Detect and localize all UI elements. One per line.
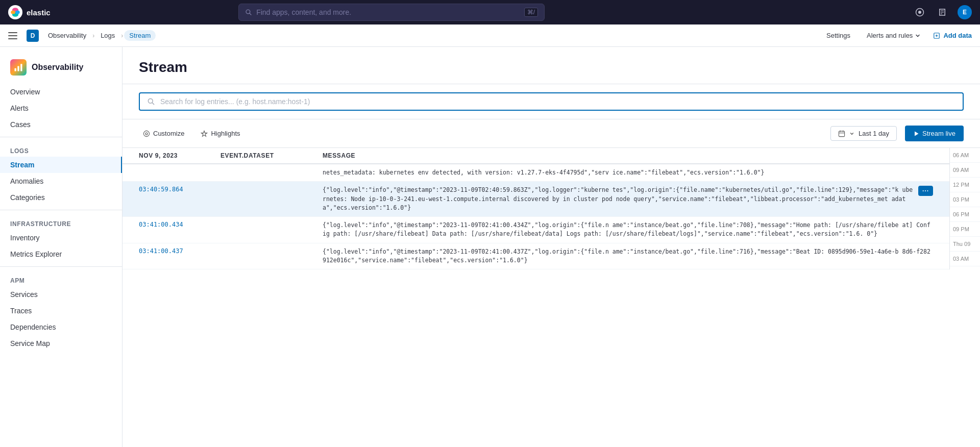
alerts-and-rules-button[interactable]: Alerts and rules: [863, 30, 925, 41]
svg-point-4: [15, 11, 20, 14]
add-data-icon: [933, 32, 940, 39]
log-message: {"log.level":"info","@timestamp":"2023-1…: [323, 186, 914, 212]
table-row: 03:40:59.864{"log.level":"info","@timest…: [122, 182, 949, 217]
time-axis-entry: 12 PM: [950, 178, 980, 192]
add-data-button[interactable]: Add data: [933, 32, 972, 39]
time-axis-entry: Thu 09: [950, 237, 980, 252]
search-shortcut: ⌘/: [524, 8, 538, 17]
search-bar: [139, 92, 964, 111]
notifications-icon[interactable]: [913, 5, 927, 19]
time-axis-entry: 09 AM: [950, 163, 980, 178]
elastic-wordmark: elastic: [27, 8, 51, 17]
svg-marker-26: [915, 131, 919, 136]
search-bar-area: [122, 84, 980, 119]
log-content: Nov 9, 2023 event.dataset Message netes_…: [122, 148, 949, 269]
breadcrumb-observability[interactable]: Observability: [43, 30, 91, 41]
col-date: Nov 9, 2023: [139, 152, 220, 159]
col-message: Message: [323, 152, 933, 159]
time-axis: 06 AM09 AM12 PM03 PM06 PM09 PMThu 0903 A…: [949, 148, 980, 269]
time-axis-entry: 06 AM: [950, 148, 980, 163]
page-header: Stream: [122, 47, 980, 84]
breadcrumb: Observability › Logs › Stream: [43, 30, 156, 41]
sidebar-item-metrics-explorer[interactable]: Metrics Explorer: [0, 246, 122, 262]
time-axis-entry: 03 AM: [950, 252, 980, 266]
calendar-icon: [838, 130, 845, 137]
sidebar: Observability Overview Alerts Cases Logs…: [0, 47, 122, 447]
main-content: Stream Customize Highlights Last 1: [122, 47, 980, 447]
chevron-down-icon: [915, 33, 921, 39]
svg-rect-17: [20, 64, 22, 71]
sidebar-section-logs: Logs: [0, 141, 122, 157]
sidebar-item-alerts[interactable]: Alerts: [0, 100, 122, 116]
highlights-icon: [201, 130, 208, 137]
log-message: netes_metadata: kubernetes env detected,…: [323, 168, 764, 177]
log-timestamp: 03:41:00.437: [139, 247, 220, 255]
breadcrumb-logs[interactable]: Logs: [95, 30, 120, 41]
sidebar-divider-2: [0, 210, 122, 210]
sidebar-item-overview[interactable]: Overview: [0, 84, 122, 100]
top-navigation: elastic ⌘/ E: [0, 0, 980, 24]
sidebar-item-stream[interactable]: Stream: [0, 157, 122, 173]
sidebar-divider-1: [0, 137, 122, 137]
toolbar: Customize Highlights Last 1 day Stream l…: [122, 119, 980, 148]
date-picker-button[interactable]: Last 1 day: [830, 126, 897, 141]
sidebar-item-services[interactable]: Services: [0, 286, 122, 303]
stream-live-button[interactable]: Stream live: [905, 126, 964, 141]
log-message: {"log.level":"info","@timestamp":"2023-1…: [323, 247, 933, 265]
sidebar-header: Observability: [0, 55, 122, 84]
log-table-container: Nov 9, 2023 event.dataset Message netes_…: [122, 148, 980, 269]
log-search-input[interactable]: [160, 97, 955, 106]
svg-line-6: [250, 13, 251, 15]
menu-toggle-button[interactable]: [8, 29, 22, 43]
customize-button[interactable]: Customize: [139, 128, 188, 139]
user-avatar[interactable]: E: [958, 5, 972, 19]
log-timestamp: 03:40:59.864: [139, 186, 220, 193]
customize-icon: [143, 130, 150, 137]
log-message: {"log.level":"info","@timestamp":"2023-1…: [323, 221, 933, 239]
page-title: Stream: [139, 59, 964, 76]
expand-log-button[interactable]: ···: [918, 186, 933, 196]
news-icon[interactable]: [935, 5, 949, 19]
svg-point-21: [143, 131, 149, 136]
svg-point-3: [11, 11, 15, 14]
sidebar-item-anomalies[interactable]: Anomalies: [0, 173, 122, 189]
sidebar-section-apm: APM: [0, 271, 122, 286]
time-axis-entry: 03 PM: [950, 192, 980, 207]
sidebar-app-title: Observability: [32, 63, 83, 72]
global-search-input[interactable]: [256, 8, 520, 16]
settings-button[interactable]: Settings: [822, 30, 854, 41]
breadcrumb-bar: D Observability › Logs › Stream Settings…: [0, 24, 980, 47]
time-axis-entry: 06 PM: [950, 207, 980, 222]
workspace-avatar[interactable]: D: [27, 30, 39, 42]
search-icon: [245, 9, 252, 16]
svg-rect-16: [17, 66, 19, 71]
sidebar-item-traces[interactable]: Traces: [0, 303, 122, 319]
highlights-button[interactable]: Highlights: [197, 128, 244, 139]
breadcrumb-actions: Settings Alerts and rules Add data: [822, 30, 972, 41]
svg-rect-15: [15, 68, 16, 71]
global-search[interactable]: ⌘/: [238, 4, 545, 21]
svg-rect-22: [839, 131, 844, 137]
col-dataset: event.dataset: [220, 152, 323, 159]
observability-app-icon: [10, 59, 27, 76]
log-table-header: Nov 9, 2023 event.dataset Message: [122, 148, 949, 164]
sidebar-item-categories[interactable]: Categories: [0, 189, 122, 206]
breadcrumb-separator-1: ›: [92, 32, 94, 39]
top-nav-right: E: [913, 5, 972, 19]
table-row: netes_metadata: kubernetes env detected,…: [122, 164, 949, 182]
sidebar-item-inventory[interactable]: Inventory: [0, 230, 122, 246]
log-timestamp: 03:41:00.434: [139, 221, 220, 228]
table-row: 03:41:00.434{"log.level":"info","@timest…: [122, 217, 949, 243]
sidebar-item-cases[interactable]: Cases: [0, 116, 122, 133]
table-row: 03:41:00.437{"log.level":"info","@timest…: [122, 243, 949, 270]
svg-point-8: [918, 11, 921, 14]
elastic-logo[interactable]: elastic: [8, 5, 51, 19]
sidebar-item-service-map[interactable]: Service Map: [0, 335, 122, 352]
svg-line-19: [152, 103, 154, 105]
sidebar-section-infrastructure: Infrastructure: [0, 214, 122, 230]
play-icon: [913, 131, 919, 137]
breadcrumb-stream[interactable]: Stream: [124, 30, 156, 41]
sidebar-item-dependencies[interactable]: Dependencies: [0, 319, 122, 335]
svg-point-20: [145, 132, 148, 134]
time-axis-entry: 09 PM: [950, 222, 980, 237]
